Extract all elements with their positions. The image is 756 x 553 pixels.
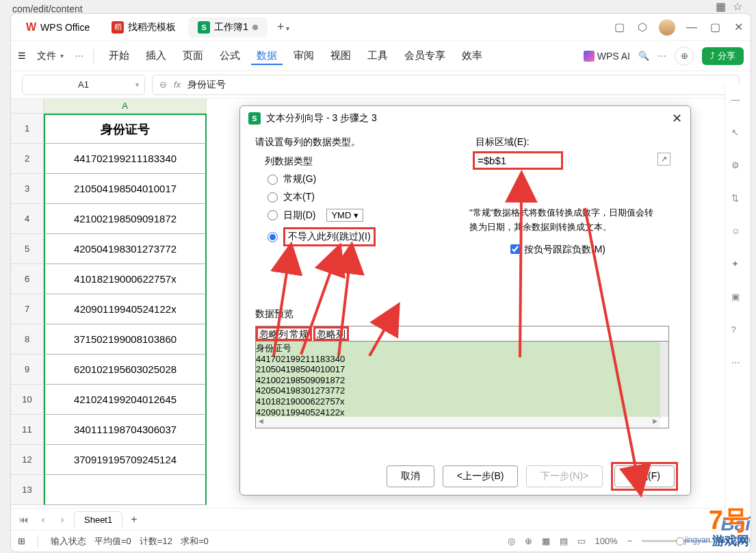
cursor-tool-icon[interactable]: ↖ — [731, 127, 745, 141]
radio-text[interactable]: 文本(T) — [268, 191, 663, 203]
file-menu[interactable]: 文件▾ — [31, 47, 69, 65]
panel-icon[interactable]: ▢ — [612, 21, 626, 34]
row-header[interactable]: 13 — [11, 475, 44, 505]
cancel-fx-icon[interactable]: ⊖ — [159, 79, 167, 90]
menu-start[interactable]: 开始 — [103, 47, 135, 65]
negative-checkbox-row[interactable]: 按负号跟踪负数(M) — [510, 242, 661, 257]
target-range-input[interactable] — [478, 155, 558, 166]
col-header-a[interactable]: A — [44, 99, 207, 114]
cell-data[interactable]: 421024199204012645 — [44, 385, 207, 415]
row-header[interactable]: 3 — [11, 174, 44, 204]
maximize-button[interactable]: ▢ — [708, 21, 722, 34]
overflow-icon[interactable]: ⋯ — [75, 51, 83, 61]
tab-docer[interactable]: 稻 找稻壳模板 — [102, 17, 185, 38]
cancel-button[interactable]: 取消 — [387, 465, 434, 487]
radio-skip-input[interactable] — [268, 232, 278, 242]
star-icon[interactable]: ☆ — [733, 0, 742, 13]
cell-reference-input[interactable]: A1 — [22, 75, 145, 95]
cell-data[interactable]: 371502199008103860 — [44, 324, 207, 355]
share-button[interactable]: ⤴ 分享 — [702, 47, 744, 65]
view-normal-icon[interactable]: ▦ — [542, 536, 550, 546]
menu-vip[interactable]: 会员专享 — [399, 47, 451, 65]
preview-header-skip1[interactable]: 忽略列 常规 — [256, 326, 312, 341]
image-tool-icon[interactable]: ▣ — [731, 292, 745, 305]
row-header[interactable]: 8 — [11, 324, 44, 355]
cell-data[interactable]: 340111198704306037 — [44, 415, 207, 445]
fx-icon[interactable]: fx — [174, 79, 181, 90]
wps-ai-button[interactable]: WPS AI — [584, 51, 630, 62]
add-sheet-button[interactable]: + — [127, 513, 141, 526]
filter-tool-icon[interactable]: ⇅ — [731, 193, 745, 207]
radio-date-input[interactable] — [268, 210, 278, 220]
menu-data[interactable]: 数据 — [251, 47, 283, 65]
dots-tool-icon[interactable]: ⋯ — [731, 357, 745, 371]
row-header[interactable]: 11 — [11, 415, 44, 445]
zoom-out-icon[interactable]: − — [627, 536, 633, 546]
cell-data[interactable]: 370919195709245124 — [44, 445, 207, 475]
nav-first-icon[interactable]: ⏮ — [16, 512, 31, 527]
minus-tool-icon[interactable]: — — [731, 94, 745, 108]
cell-header[interactable]: 身份证号 — [44, 114, 207, 144]
new-tab-button[interactable]: +▾ — [270, 16, 296, 38]
menu-efficiency[interactable]: 效率 — [456, 47, 488, 65]
cell-data[interactable]: 620102195603025028 — [44, 355, 207, 385]
cell-data[interactable] — [44, 475, 207, 505]
sheet-tab[interactable]: Sheet1 — [74, 511, 122, 528]
finish-button[interactable]: 完成(F) — [614, 465, 675, 487]
tab-workbook[interactable]: S 工作簿1 — [188, 17, 268, 38]
preview-hscroll[interactable]: ◄► — [256, 417, 660, 428]
nav-prev-icon[interactable]: ‹ — [36, 512, 51, 527]
close-button[interactable]: ✕ — [731, 21, 745, 34]
chat-icon[interactable]: ⊕ — [675, 47, 694, 66]
menu-insert[interactable]: 插入 — [140, 47, 172, 65]
zoom-level[interactable]: 100% — [595, 536, 618, 546]
negative-checkbox[interactable] — [510, 244, 520, 254]
row-header[interactable]: 10 — [11, 385, 44, 415]
focus-icon[interactable]: ⊕ — [525, 536, 532, 546]
qr-icon[interactable]: ▦ — [716, 0, 726, 13]
collapse-dialog-icon[interactable]: ↗ — [657, 153, 670, 166]
menu-review[interactable]: 审阅 — [288, 47, 320, 65]
row-header[interactable]: 5 — [11, 234, 44, 264]
cell-data[interactable]: 421002198509091872 — [44, 204, 207, 234]
cell-data[interactable]: 42090119940524122x — [44, 294, 207, 324]
radio-text-input[interactable] — [268, 192, 278, 203]
menu-page[interactable]: 页面 — [177, 47, 209, 65]
help-tool-icon[interactable]: ? — [731, 324, 745, 338]
menu-formula[interactable]: 公式 — [214, 47, 246, 65]
formula-input[interactable]: ⊖ fx 身份证号 — [152, 75, 740, 95]
row-header[interactable]: 7 — [11, 294, 44, 324]
tab-wps-office[interactable]: W WPS Office — [16, 17, 99, 38]
view-reading-icon[interactable]: ▭ — [577, 536, 586, 546]
row-header[interactable]: 4 — [11, 204, 44, 234]
row-header[interactable]: 9 — [11, 355, 44, 385]
radio-general-input[interactable] — [268, 175, 278, 185]
sparkle-tool-icon[interactable]: ✦ — [731, 259, 745, 272]
row-header[interactable]: 1 — [11, 114, 44, 144]
row-header[interactable]: 6 — [11, 264, 44, 294]
view-page-icon[interactable]: ▤ — [560, 536, 568, 546]
menu-tools[interactable]: 工具 — [362, 47, 393, 65]
date-format-select[interactable]: YMD ▾ — [326, 209, 363, 222]
preview-header-skip2[interactable]: 忽略列 — [313, 326, 349, 341]
face-tool-icon[interactable]: ☺ — [731, 226, 745, 240]
row-header[interactable]: 2 — [11, 144, 44, 174]
search-icon[interactable]: 🔍 — [638, 51, 649, 61]
cell-data[interactable]: 210504198504010017 — [44, 174, 207, 204]
dialog-close-button[interactable]: ✕ — [672, 111, 682, 126]
row-header[interactable]: 12 — [11, 445, 44, 475]
more-icon[interactable]: ⋯ — [657, 51, 666, 61]
eye-icon[interactable]: ◎ — [508, 536, 515, 546]
layout-icon[interactable]: ⊞ — [18, 536, 25, 546]
back-button[interactable]: <上一步(B) — [443, 465, 519, 487]
cell-data[interactable]: 441702199211183340 — [44, 144, 207, 174]
settings-tool-icon[interactable]: ⚙ — [731, 160, 745, 174]
nav-next-icon[interactable]: › — [55, 512, 70, 527]
menu-view[interactable]: 视图 — [325, 47, 356, 65]
avatar[interactable] — [659, 19, 675, 36]
cell-data[interactable]: 420504198301273772 — [44, 234, 207, 264]
radio-general[interactable]: 常规(G) — [268, 173, 663, 185]
select-all-corner[interactable] — [11, 99, 44, 114]
preview-vscroll[interactable] — [660, 342, 668, 417]
cube-icon[interactable]: ⬡ — [636, 21, 649, 34]
